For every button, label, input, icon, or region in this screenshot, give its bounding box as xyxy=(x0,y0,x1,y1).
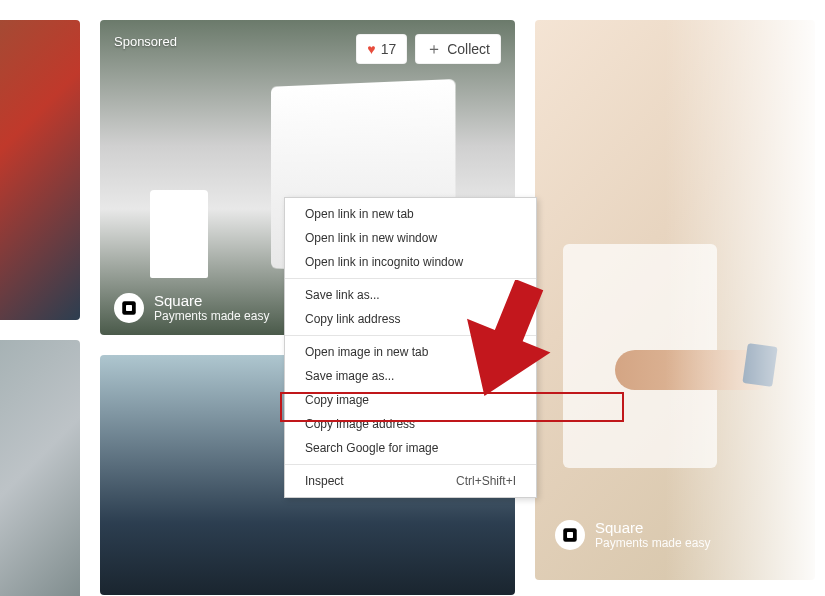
avatar xyxy=(555,520,585,550)
avatar xyxy=(114,293,144,323)
ctx-copy-image[interactable]: Copy image xyxy=(285,388,536,412)
collect-label: Collect xyxy=(447,41,490,57)
svg-rect-1 xyxy=(126,305,132,311)
image-card-sponsored[interactable]: Square Payments made easy xyxy=(535,20,815,580)
image-card[interactable] xyxy=(0,340,80,596)
ctx-open-link-new-tab[interactable]: Open link in new tab xyxy=(285,202,536,226)
collect-button[interactable]: ＋ Collect xyxy=(415,34,501,64)
ctx-separator xyxy=(285,335,536,336)
like-count: 17 xyxy=(381,41,397,57)
card-attribution[interactable]: Square Payments made easy xyxy=(114,292,269,323)
plus-icon: ＋ xyxy=(426,42,442,56)
ctx-save-link-as[interactable]: Save link as... xyxy=(285,283,536,307)
ctx-open-link-incognito[interactable]: Open link in incognito window xyxy=(285,250,536,274)
context-menu: Open link in new tab Open link in new wi… xyxy=(284,197,537,498)
brand-tagline: Payments made easy xyxy=(154,309,269,323)
ctx-inspect[interactable]: Inspect Ctrl+Shift+I xyxy=(285,469,536,493)
brand-name: Square xyxy=(154,292,269,309)
image-card[interactable] xyxy=(0,20,80,320)
brand-name: Square xyxy=(595,519,710,536)
heart-icon: ♥ xyxy=(367,41,375,57)
like-button[interactable]: ♥ 17 xyxy=(356,34,407,64)
sponsored-badge: Sponsored xyxy=(114,34,177,49)
ctx-search-google-for-image[interactable]: Search Google for image xyxy=(285,436,536,460)
ctx-copy-image-address[interactable]: Copy image address xyxy=(285,412,536,436)
ctx-open-link-new-window[interactable]: Open link in new window xyxy=(285,226,536,250)
ctx-copy-link-address[interactable]: Copy link address xyxy=(285,307,536,331)
ctx-open-image-new-tab[interactable]: Open image in new tab xyxy=(285,340,536,364)
ctx-separator xyxy=(285,278,536,279)
square-logo-icon xyxy=(561,526,579,544)
brand-tagline: Payments made easy xyxy=(595,536,710,550)
svg-rect-3 xyxy=(567,532,573,538)
ctx-save-image-as[interactable]: Save image as... xyxy=(285,364,536,388)
square-logo-icon xyxy=(120,299,138,317)
ctx-inspect-shortcut: Ctrl+Shift+I xyxy=(456,474,516,488)
card-attribution[interactable]: Square Payments made easy xyxy=(555,519,710,550)
ctx-separator xyxy=(285,464,536,465)
